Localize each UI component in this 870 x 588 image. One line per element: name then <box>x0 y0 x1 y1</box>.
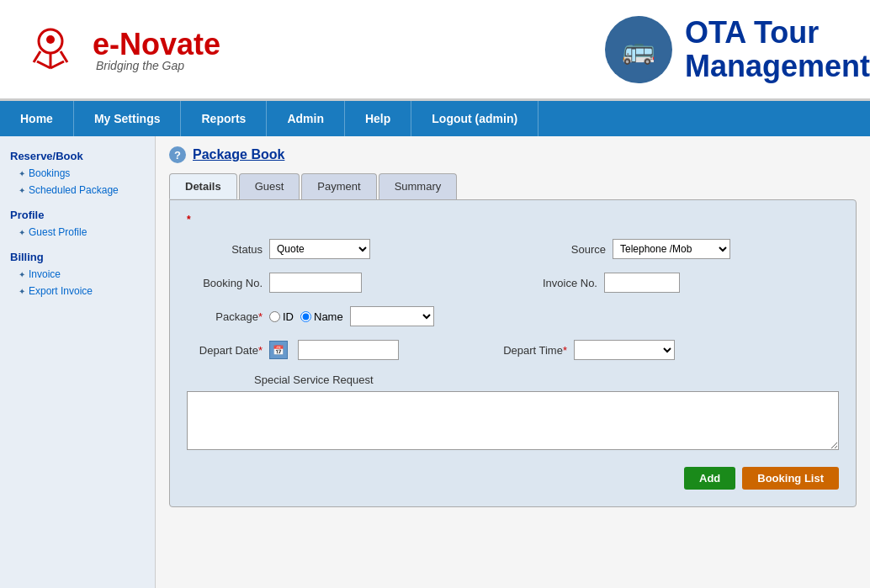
package-radio-group: ID Name <box>269 306 434 326</box>
button-row: Add Booking List <box>187 467 839 490</box>
form-row-booking-invoice: Booking No. Invoice No. <box>187 273 839 293</box>
package-radio-name[interactable] <box>300 311 311 322</box>
form-group-booking-no: Booking No. <box>187 273 362 293</box>
package-radio-id[interactable] <box>269 311 280 322</box>
depart-time-select[interactable] <box>574 340 675 360</box>
sidebar-item-export-invoice[interactable]: ✦ Export Invoice <box>0 283 155 299</box>
sidebar-item-guest-profile[interactable]: ✦ Guest Profile <box>0 224 155 241</box>
nav-home[interactable]: Home <box>0 101 74 136</box>
bullet-icon: ✦ <box>19 287 25 296</box>
depart-date-input[interactable] <box>298 340 399 360</box>
logo-left: e-Novate Bridging the Gap <box>17 16 220 83</box>
form-group-source: Source Telephone /Mob Walk-in Online Ema… <box>530 239 730 259</box>
content-wrapper: Reserve/Book ✦ Bookings ✦ Scheduled Pack… <box>0 136 870 588</box>
page-title: Package Book <box>193 147 284 162</box>
special-request-textarea[interactable] <box>187 391 839 450</box>
depart-time-label: Depart Time <box>491 344 567 357</box>
svg-point-6 <box>46 35 55 44</box>
required-note: * <box>187 214 839 225</box>
tab-details[interactable]: Details <box>169 173 237 199</box>
bullet-icon: ✦ <box>19 169 25 178</box>
sidebar-section-reserve-book: Reserve/Book <box>0 145 155 165</box>
form-group-depart-time: Depart Time <box>491 340 675 360</box>
sidebar-item-bookings[interactable]: ✦ Bookings <box>0 165 155 182</box>
main-content: ? Package Book Details Guest Payment Sum… <box>156 136 870 588</box>
svg-line-2 <box>37 61 50 68</box>
tab-summary[interactable]: Summary <box>379 173 458 199</box>
status-label: Status <box>187 243 263 256</box>
package-radio-name-label[interactable]: Name <box>300 310 343 323</box>
add-button[interactable]: Add <box>684 467 735 490</box>
tab-guest[interactable]: Guest <box>239 173 300 199</box>
form-row-depart: Depart Date 📅 Depart Time <box>187 340 839 360</box>
svg-line-3 <box>50 61 64 68</box>
page-title-row: ? Package Book <box>169 146 857 163</box>
depart-date-label: Depart Date <box>187 344 263 357</box>
sidebar: Reserve/Book ✦ Bookings ✦ Scheduled Pack… <box>0 136 156 588</box>
calendar-icon[interactable]: 📅 <box>269 341 288 359</box>
package-radio-id-label[interactable]: ID <box>269 310 294 323</box>
booking-list-button[interactable]: Booking List <box>742 467 839 490</box>
special-request-label: Special Service Request <box>254 373 839 386</box>
package-select[interactable] <box>350 306 434 326</box>
form-row-package: Package ID Name <box>187 306 839 326</box>
sidebar-item-invoice[interactable]: ✦ Invoice <box>0 266 155 283</box>
brand-text: e-Novate Bridging the Gap <box>93 27 220 72</box>
help-icon[interactable]: ? <box>169 146 186 163</box>
form-group-invoice-no: Invoice No. <box>522 273 680 293</box>
header: e-Novate Bridging the Gap 🚌 OTA Tour Man… <box>0 0 870 101</box>
brand-e: e-N <box>93 27 141 62</box>
bus-icon: 🚌 <box>605 16 672 83</box>
package-label: Package <box>187 310 263 323</box>
nav-admin[interactable]: Admin <box>267 101 345 136</box>
form-group-package: Package ID Name <box>187 306 434 326</box>
nav-my-settings[interactable]: My Settings <box>74 101 182 136</box>
booking-no-input[interactable] <box>269 273 362 293</box>
bullet-icon: ✦ <box>19 228 25 237</box>
invoice-no-label: Invoice No. <box>522 277 597 289</box>
sidebar-item-scheduled-package[interactable]: ✦ Scheduled Package <box>0 182 155 199</box>
main-nav: Home My Settings Reports Admin Help Logo… <box>0 101 870 136</box>
tabs: Details Guest Payment Summary <box>169 173 857 199</box>
form-group-status: Status Quote Confirmed Cancelled <box>187 239 370 259</box>
nav-help[interactable]: Help <box>345 101 411 136</box>
form-row-status-source: Status Quote Confirmed Cancelled Source … <box>187 239 839 259</box>
sidebar-section-profile: Profile <box>0 204 155 224</box>
enovate-logo-icon <box>17 16 84 83</box>
ota-title: OTA Tour Management <box>685 16 853 82</box>
form-group-special-request: Special Service Request <box>187 373 839 450</box>
nav-reports[interactable]: Reports <box>181 101 267 136</box>
sidebar-section-billing: Billing <box>0 246 155 266</box>
form-panel: * Status Quote Confirmed Cancelled Sourc… <box>169 199 857 507</box>
status-select[interactable]: Quote Confirmed Cancelled <box>269 239 370 259</box>
source-select[interactable]: Telephone /Mob Walk-in Online Email <box>613 239 730 259</box>
svg-line-5 <box>61 51 67 62</box>
source-label: Source <box>530 243 606 256</box>
booking-no-label: Booking No. <box>187 277 263 289</box>
bullet-icon: ✦ <box>19 270 25 279</box>
svg-line-4 <box>34 51 40 62</box>
form-group-depart-date: Depart Date 📅 <box>187 340 399 360</box>
brand-ovate: ovate <box>141 27 220 62</box>
logo-right: 🚌 OTA Tour Management <box>605 16 853 83</box>
bullet-icon: ✦ <box>19 186 25 195</box>
tab-payment[interactable]: Payment <box>301 173 376 199</box>
invoice-no-input[interactable] <box>604 273 680 293</box>
nav-logout[interactable]: Logout (admin) <box>411 101 538 136</box>
